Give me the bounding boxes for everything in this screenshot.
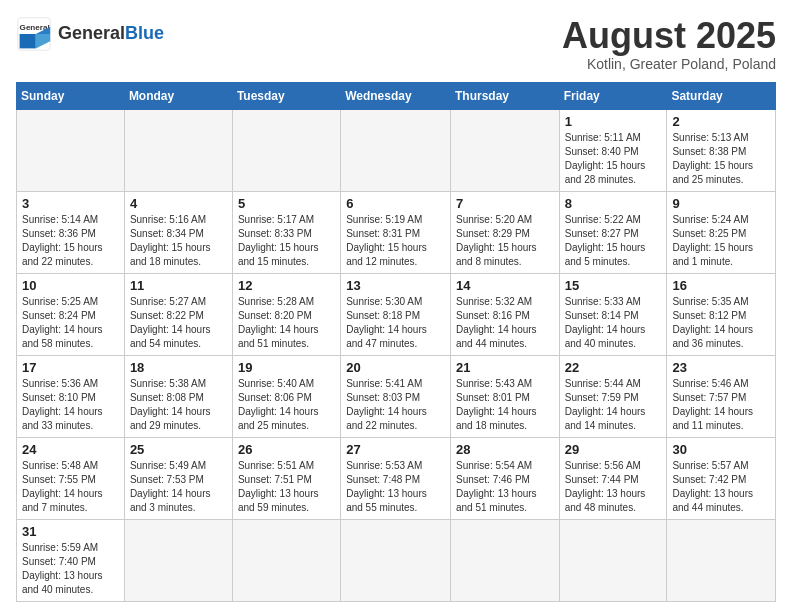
day-info: Sunrise: 5:11 AM Sunset: 8:40 PM Dayligh… xyxy=(565,131,662,187)
cell-3-0: 17Sunrise: 5:36 AM Sunset: 8:10 PM Dayli… xyxy=(17,355,125,437)
logo-text: GeneralBlue xyxy=(58,24,164,44)
cell-3-5: 22Sunrise: 5:44 AM Sunset: 7:59 PM Dayli… xyxy=(559,355,667,437)
cell-1-4: 7Sunrise: 5:20 AM Sunset: 8:29 PM Daylig… xyxy=(450,191,559,273)
day-number: 5 xyxy=(238,196,335,211)
day-info: Sunrise: 5:59 AM Sunset: 7:40 PM Dayligh… xyxy=(22,541,119,597)
cell-1-5: 8Sunrise: 5:22 AM Sunset: 8:27 PM Daylig… xyxy=(559,191,667,273)
day-info: Sunrise: 5:20 AM Sunset: 8:29 PM Dayligh… xyxy=(456,213,554,269)
logo-icon: General xyxy=(16,16,52,52)
cell-5-6 xyxy=(667,519,776,601)
day-number: 2 xyxy=(672,114,770,129)
day-info: Sunrise: 5:19 AM Sunset: 8:31 PM Dayligh… xyxy=(346,213,445,269)
day-number: 26 xyxy=(238,442,335,457)
col-thursday: Thursday xyxy=(450,82,559,109)
day-number: 21 xyxy=(456,360,554,375)
header-row: Sunday Monday Tuesday Wednesday Thursday… xyxy=(17,82,776,109)
cell-2-5: 15Sunrise: 5:33 AM Sunset: 8:14 PM Dayli… xyxy=(559,273,667,355)
cell-3-2: 19Sunrise: 5:40 AM Sunset: 8:06 PM Dayli… xyxy=(232,355,340,437)
day-info: Sunrise: 5:24 AM Sunset: 8:25 PM Dayligh… xyxy=(672,213,770,269)
calendar-subtitle: Kotlin, Greater Poland, Poland xyxy=(562,56,776,72)
cell-0-5: 1Sunrise: 5:11 AM Sunset: 8:40 PM Daylig… xyxy=(559,109,667,191)
title-block: August 2025 Kotlin, Greater Poland, Pola… xyxy=(562,16,776,72)
day-number: 31 xyxy=(22,524,119,539)
cell-4-0: 24Sunrise: 5:48 AM Sunset: 7:55 PM Dayli… xyxy=(17,437,125,519)
day-number: 8 xyxy=(565,196,662,211)
week-row-1: 1Sunrise: 5:11 AM Sunset: 8:40 PM Daylig… xyxy=(17,109,776,191)
calendar-table: Sunday Monday Tuesday Wednesday Thursday… xyxy=(16,82,776,602)
day-info: Sunrise: 5:43 AM Sunset: 8:01 PM Dayligh… xyxy=(456,377,554,433)
cell-2-1: 11Sunrise: 5:27 AM Sunset: 8:22 PM Dayli… xyxy=(124,273,232,355)
day-number: 10 xyxy=(22,278,119,293)
day-info: Sunrise: 5:48 AM Sunset: 7:55 PM Dayligh… xyxy=(22,459,119,515)
cell-4-1: 25Sunrise: 5:49 AM Sunset: 7:53 PM Dayli… xyxy=(124,437,232,519)
cell-5-4 xyxy=(450,519,559,601)
day-info: Sunrise: 5:49 AM Sunset: 7:53 PM Dayligh… xyxy=(130,459,227,515)
cell-5-1 xyxy=(124,519,232,601)
col-tuesday: Tuesday xyxy=(232,82,340,109)
day-info: Sunrise: 5:32 AM Sunset: 8:16 PM Dayligh… xyxy=(456,295,554,351)
cell-1-2: 5Sunrise: 5:17 AM Sunset: 8:33 PM Daylig… xyxy=(232,191,340,273)
day-number: 13 xyxy=(346,278,445,293)
day-number: 23 xyxy=(672,360,770,375)
day-info: Sunrise: 5:56 AM Sunset: 7:44 PM Dayligh… xyxy=(565,459,662,515)
cell-4-2: 26Sunrise: 5:51 AM Sunset: 7:51 PM Dayli… xyxy=(232,437,340,519)
cell-0-4 xyxy=(450,109,559,191)
day-info: Sunrise: 5:17 AM Sunset: 8:33 PM Dayligh… xyxy=(238,213,335,269)
cell-2-3: 13Sunrise: 5:30 AM Sunset: 8:18 PM Dayli… xyxy=(341,273,451,355)
cell-4-6: 30Sunrise: 5:57 AM Sunset: 7:42 PM Dayli… xyxy=(667,437,776,519)
day-number: 25 xyxy=(130,442,227,457)
day-info: Sunrise: 5:14 AM Sunset: 8:36 PM Dayligh… xyxy=(22,213,119,269)
day-number: 14 xyxy=(456,278,554,293)
week-row-2: 3Sunrise: 5:14 AM Sunset: 8:36 PM Daylig… xyxy=(17,191,776,273)
cell-2-6: 16Sunrise: 5:35 AM Sunset: 8:12 PM Dayli… xyxy=(667,273,776,355)
day-number: 24 xyxy=(22,442,119,457)
day-number: 12 xyxy=(238,278,335,293)
cell-3-6: 23Sunrise: 5:46 AM Sunset: 7:57 PM Dayli… xyxy=(667,355,776,437)
day-info: Sunrise: 5:38 AM Sunset: 8:08 PM Dayligh… xyxy=(130,377,227,433)
cell-0-3 xyxy=(341,109,451,191)
cell-4-5: 29Sunrise: 5:56 AM Sunset: 7:44 PM Dayli… xyxy=(559,437,667,519)
cell-3-4: 21Sunrise: 5:43 AM Sunset: 8:01 PM Dayli… xyxy=(450,355,559,437)
day-number: 9 xyxy=(672,196,770,211)
day-info: Sunrise: 5:53 AM Sunset: 7:48 PM Dayligh… xyxy=(346,459,445,515)
day-info: Sunrise: 5:33 AM Sunset: 8:14 PM Dayligh… xyxy=(565,295,662,351)
day-number: 16 xyxy=(672,278,770,293)
day-info: Sunrise: 5:22 AM Sunset: 8:27 PM Dayligh… xyxy=(565,213,662,269)
col-friday: Friday xyxy=(559,82,667,109)
week-row-3: 10Sunrise: 5:25 AM Sunset: 8:24 PM Dayli… xyxy=(17,273,776,355)
cell-4-3: 27Sunrise: 5:53 AM Sunset: 7:48 PM Dayli… xyxy=(341,437,451,519)
day-number: 11 xyxy=(130,278,227,293)
day-number: 29 xyxy=(565,442,662,457)
day-info: Sunrise: 5:36 AM Sunset: 8:10 PM Dayligh… xyxy=(22,377,119,433)
day-number: 28 xyxy=(456,442,554,457)
cell-3-1: 18Sunrise: 5:38 AM Sunset: 8:08 PM Dayli… xyxy=(124,355,232,437)
cell-5-5 xyxy=(559,519,667,601)
svg-marker-2 xyxy=(20,34,36,48)
cell-5-2 xyxy=(232,519,340,601)
day-info: Sunrise: 5:30 AM Sunset: 8:18 PM Dayligh… xyxy=(346,295,445,351)
day-number: 17 xyxy=(22,360,119,375)
day-number: 22 xyxy=(565,360,662,375)
col-wednesday: Wednesday xyxy=(341,82,451,109)
day-number: 4 xyxy=(130,196,227,211)
day-number: 20 xyxy=(346,360,445,375)
day-number: 6 xyxy=(346,196,445,211)
day-number: 1 xyxy=(565,114,662,129)
day-number: 3 xyxy=(22,196,119,211)
week-row-6: 31Sunrise: 5:59 AM Sunset: 7:40 PM Dayli… xyxy=(17,519,776,601)
cell-2-4: 14Sunrise: 5:32 AM Sunset: 8:16 PM Dayli… xyxy=(450,273,559,355)
day-number: 19 xyxy=(238,360,335,375)
day-info: Sunrise: 5:57 AM Sunset: 7:42 PM Dayligh… xyxy=(672,459,770,515)
cell-2-0: 10Sunrise: 5:25 AM Sunset: 8:24 PM Dayli… xyxy=(17,273,125,355)
calendar-title: August 2025 xyxy=(562,16,776,56)
day-info: Sunrise: 5:28 AM Sunset: 8:20 PM Dayligh… xyxy=(238,295,335,351)
col-saturday: Saturday xyxy=(667,82,776,109)
cell-0-0 xyxy=(17,109,125,191)
day-info: Sunrise: 5:44 AM Sunset: 7:59 PM Dayligh… xyxy=(565,377,662,433)
cell-1-6: 9Sunrise: 5:24 AM Sunset: 8:25 PM Daylig… xyxy=(667,191,776,273)
day-number: 27 xyxy=(346,442,445,457)
cell-5-0: 31Sunrise: 5:59 AM Sunset: 7:40 PM Dayli… xyxy=(17,519,125,601)
cell-1-3: 6Sunrise: 5:19 AM Sunset: 8:31 PM Daylig… xyxy=(341,191,451,273)
cell-1-1: 4Sunrise: 5:16 AM Sunset: 8:34 PM Daylig… xyxy=(124,191,232,273)
day-number: 30 xyxy=(672,442,770,457)
